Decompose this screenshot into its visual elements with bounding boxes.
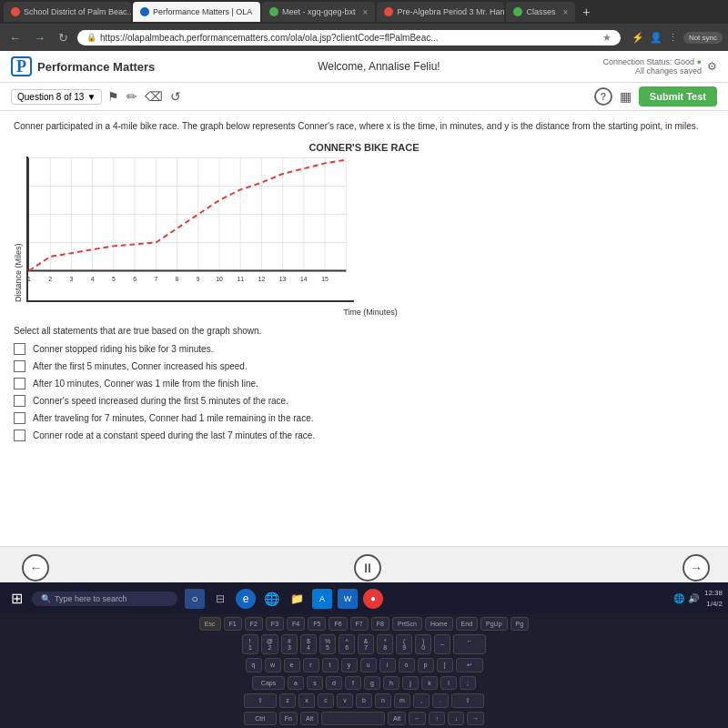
key-0[interactable]: )0 bbox=[415, 634, 431, 654]
taskbar-icon-files[interactable]: 📁 bbox=[287, 589, 307, 609]
key-3[interactable]: #3 bbox=[281, 634, 298, 654]
question-dropdown[interactable]: Question 8 of 13 ▼ bbox=[11, 89, 102, 105]
key-9[interactable]: (9 bbox=[396, 634, 412, 654]
key-arrow-left[interactable]: ← bbox=[409, 712, 426, 725]
key-2[interactable]: @2 bbox=[261, 634, 278, 654]
key-pgup[interactable]: PgUp bbox=[480, 617, 508, 631]
sync-button[interactable]: Not sync bbox=[683, 32, 723, 44]
taskbar-icon-cortana[interactable]: ○ bbox=[185, 589, 205, 609]
key-esc[interactable]: Esc bbox=[199, 617, 221, 631]
tab-1[interactable]: School District of Palm Beac... × bbox=[4, 2, 131, 22]
checkbox-4[interactable] bbox=[14, 395, 25, 407]
key-p[interactable]: p bbox=[418, 658, 434, 672]
key-a[interactable]: a bbox=[288, 676, 304, 690]
key-fn[interactable]: Fn bbox=[279, 712, 298, 725]
key-t[interactable]: t bbox=[322, 658, 339, 672]
windows-start-button[interactable]: ⊞ bbox=[5, 588, 28, 609]
key-n[interactable]: n bbox=[375, 693, 391, 708]
key-b[interactable]: b bbox=[356, 693, 372, 708]
key-f[interactable]: f bbox=[345, 676, 361, 690]
tab-5-close[interactable]: × bbox=[562, 7, 568, 17]
key-arrow-up[interactable]: ↑ bbox=[429, 712, 445, 725]
key-period[interactable]: . bbox=[432, 693, 449, 708]
menu-icon[interactable]: ⋮ bbox=[668, 32, 678, 44]
key-z[interactable]: z bbox=[279, 693, 296, 708]
key-f2[interactable]: F2 bbox=[245, 617, 263, 631]
key-c[interactable]: c bbox=[318, 693, 334, 708]
key-semicolon[interactable]: ; bbox=[460, 676, 476, 690]
extensions-icon[interactable]: ⚡ bbox=[632, 32, 644, 44]
key-alt[interactable]: Alt bbox=[300, 712, 318, 725]
flag-icon[interactable]: ⚑ bbox=[107, 89, 119, 104]
checkbox-1[interactable] bbox=[14, 343, 25, 355]
refresh-button[interactable]: ↻ bbox=[55, 29, 72, 46]
tab-2[interactable]: Performance Matters | OLA × bbox=[133, 2, 260, 22]
address-bar[interactable]: 🔒 https://olapalmbeach.performancematter… bbox=[77, 30, 621, 46]
key-i[interactable]: i bbox=[379, 658, 396, 672]
key-f5[interactable]: F5 bbox=[308, 617, 326, 631]
back-button[interactable]: ← bbox=[5, 29, 25, 46]
key-f8[interactable]: F8 bbox=[371, 617, 389, 631]
key-h[interactable]: h bbox=[383, 676, 399, 690]
key-arrow-down[interactable]: ↓ bbox=[448, 712, 464, 725]
key-pgdn[interactable]: Pg bbox=[511, 617, 530, 631]
key-j[interactable]: j bbox=[402, 676, 419, 690]
key-f3[interactable]: F3 bbox=[266, 617, 284, 631]
key-shift-right[interactable]: ⇧ bbox=[451, 693, 484, 708]
key-enter[interactable]: ↵ bbox=[456, 658, 483, 672]
key-1[interactable]: !1 bbox=[242, 634, 258, 654]
key-end[interactable]: End bbox=[456, 617, 478, 631]
new-tab-button[interactable]: + bbox=[577, 5, 595, 19]
key-home[interactable]: Home bbox=[425, 617, 453, 631]
key-shift-left[interactable]: ⇧ bbox=[244, 693, 277, 708]
key-r[interactable]: r bbox=[303, 658, 319, 672]
key-u[interactable]: u bbox=[360, 658, 377, 672]
tab-2-close[interactable]: × bbox=[259, 7, 260, 17]
choice-2[interactable]: After the first 5 minutes, Conner increa… bbox=[14, 360, 714, 372]
key-6[interactable]: ^6 bbox=[339, 634, 355, 654]
key-s[interactable]: s bbox=[307, 676, 323, 690]
taskbar-search[interactable]: 🔍 Type here to search bbox=[32, 592, 177, 606]
submit-button[interactable]: Submit Test bbox=[639, 86, 717, 106]
taskbar-icon-red[interactable]: ● bbox=[363, 589, 383, 609]
key-k[interactable]: k bbox=[421, 676, 438, 690]
key-v[interactable]: v bbox=[337, 693, 353, 708]
key-d[interactable]: d bbox=[326, 676, 342, 690]
pencil-icon[interactable]: ✏ bbox=[126, 89, 137, 104]
tab-3[interactable]: Meet - xgq-gqeg-bxt × bbox=[262, 2, 375, 22]
key-5[interactable]: %5 bbox=[319, 634, 336, 654]
key-f1[interactable]: F1 bbox=[224, 617, 242, 631]
tab-5[interactable]: Classes × bbox=[506, 2, 575, 22]
checkbox-5[interactable] bbox=[14, 412, 25, 424]
checkbox-2[interactable] bbox=[14, 360, 25, 372]
key-backspace[interactable]: ← bbox=[453, 634, 486, 654]
key-4[interactable]: $4 bbox=[300, 634, 317, 654]
eraser-icon[interactable]: ⌫ bbox=[145, 89, 163, 104]
settings-icon[interactable]: ⚙ bbox=[707, 60, 717, 73]
key-comma[interactable]: , bbox=[413, 693, 430, 708]
key-f7[interactable]: F7 bbox=[350, 617, 369, 631]
help-button[interactable]: ? bbox=[594, 87, 612, 106]
key-l[interactable]: l bbox=[440, 676, 457, 690]
tab-4[interactable]: Pre-Algebra Period 3 Mr. Han... × bbox=[377, 2, 504, 22]
key-7[interactable]: &7 bbox=[358, 634, 374, 654]
key-8[interactable]: *8 bbox=[377, 634, 393, 654]
key-caps[interactable]: Caps bbox=[252, 676, 285, 690]
taskbar-icon-edge[interactable]: e bbox=[236, 589, 256, 609]
profile-icon[interactable]: 👤 bbox=[650, 32, 662, 44]
key-ctrl-left[interactable]: Ctrl bbox=[244, 712, 277, 725]
taskbar-icon-taskview[interactable]: ⊟ bbox=[210, 589, 230, 609]
checkbox-6[interactable] bbox=[14, 430, 25, 441]
calculator-icon[interactable]: ▦ bbox=[620, 89, 632, 104]
choice-5[interactable]: After traveling for 7 minutes, Conner ha… bbox=[14, 412, 714, 424]
forward-button[interactable]: → bbox=[30, 29, 49, 46]
choice-3[interactable]: After 10 minutes, Conner was 1 mile from… bbox=[14, 378, 714, 389]
key-f4[interactable]: F4 bbox=[287, 617, 305, 631]
taskbar-icon-store[interactable]: A bbox=[312, 589, 332, 609]
key-o[interactable]: o bbox=[399, 658, 415, 672]
key-f6[interactable]: F6 bbox=[329, 617, 347, 631]
key-minus[interactable]: _ bbox=[434, 634, 450, 654]
choice-1[interactable]: Conner stopped riding his bike for 3 min… bbox=[14, 343, 714, 355]
taskbar-icon-word[interactable]: W bbox=[338, 589, 358, 609]
key-prtscn[interactable]: PrtScn bbox=[392, 617, 422, 631]
